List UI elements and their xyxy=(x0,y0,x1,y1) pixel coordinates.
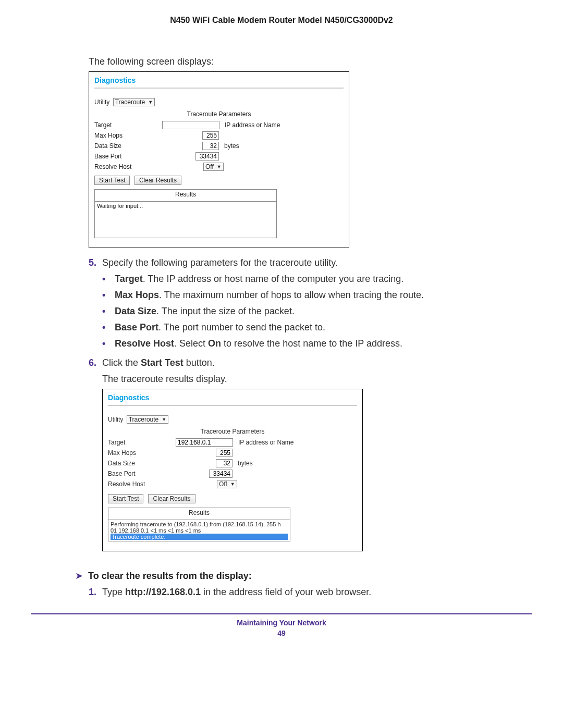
datasize-hint: bytes xyxy=(238,460,253,467)
maxhops-input[interactable] xyxy=(216,449,232,457)
chevron-down-icon: ▼ xyxy=(162,417,166,422)
result-line-1: Performing traceroute to (192.168.0.1) f… xyxy=(111,521,288,527)
step-number: 1. xyxy=(89,587,102,598)
diagnostics-title: Diagnostics xyxy=(108,393,357,406)
target-hint: IP address or Name xyxy=(225,121,280,129)
clear-results-button[interactable]: Clear Results xyxy=(134,176,181,185)
params-heading: Traceroute Parameters xyxy=(94,110,344,118)
datasize-input[interactable] xyxy=(216,459,232,467)
bullet-icon: • xyxy=(102,274,115,285)
results-title: Results xyxy=(95,190,276,201)
params-heading: Traceroute Parameters xyxy=(108,428,357,435)
target-input[interactable] xyxy=(162,121,219,129)
start-test-button[interactable]: Start Test xyxy=(94,176,130,185)
bullet-target: • Target. The IP address or host name of… xyxy=(102,274,480,285)
bullet-icon: • xyxy=(102,322,115,333)
resolve-label: Resolve Host xyxy=(94,163,162,170)
baseport-label: Base Port xyxy=(108,470,176,477)
bullet-resolve: • Resolve Host. Select On to resolve the… xyxy=(102,338,480,349)
datasize-hint: bytes xyxy=(224,142,239,150)
section-heading: To clear the results from the display: xyxy=(88,571,252,582)
utility-value: Traceroute xyxy=(115,98,145,106)
resolve-value: Off xyxy=(219,480,227,488)
chevron-right-icon: ➤ xyxy=(75,570,83,582)
bullet-icon: • xyxy=(102,290,115,301)
baseport-input[interactable] xyxy=(195,152,219,161)
baseport-input[interactable] xyxy=(209,470,232,478)
step-6: 6. Click the Start Test button. The trac… xyxy=(89,357,480,561)
target-label: Target xyxy=(94,121,162,129)
resolve-dropdown[interactable]: Off ▼ xyxy=(203,163,224,171)
bullet-maxhops: • Max Hops. The maximum number of hops t… xyxy=(102,290,480,301)
step-number: 6. xyxy=(89,357,102,561)
utility-dropdown[interactable]: Traceroute ▼ xyxy=(113,98,155,106)
utility-label: Utility xyxy=(108,416,123,423)
diagnostics-screenshot-2: Diagnostics Utility Traceroute ▼ Tracero… xyxy=(102,389,363,551)
section-clear-results: ➤ To clear the results from the display: xyxy=(75,570,480,582)
datasize-label: Data Size xyxy=(94,142,162,150)
results-box: Results Performing traceroute to (192.16… xyxy=(108,508,290,541)
chevron-down-icon: ▼ xyxy=(217,164,222,169)
step-5: 5. Specify the following parameters for … xyxy=(89,257,480,354)
utility-dropdown[interactable]: Traceroute ▼ xyxy=(127,415,169,424)
bullet-baseport: • Base Port. The port number to send the… xyxy=(102,322,480,333)
datasize-label: Data Size xyxy=(108,460,176,467)
results-box: Results Waiting for input... xyxy=(94,189,277,238)
baseport-label: Base Port xyxy=(94,153,162,160)
chevron-down-icon: ▼ xyxy=(230,482,235,487)
diagnostics-screenshot-1: Diagnostics Utility Traceroute ▼ Tracero… xyxy=(89,71,349,248)
start-test-button[interactable]: Start Test xyxy=(108,494,143,503)
bullet-icon: • xyxy=(102,338,115,349)
maxhops-label: Max Hops xyxy=(94,132,162,139)
step-number: 5. xyxy=(89,257,102,354)
resolve-value: Off xyxy=(205,163,214,170)
page-header: N450 WiFi Cable Modem Router Model N450/… xyxy=(31,16,532,25)
footer-page-number: 49 xyxy=(31,629,532,637)
target-label: Target xyxy=(108,439,176,446)
diagnostics-title: Diagnostics xyxy=(94,76,344,89)
bullet-icon: • xyxy=(102,306,115,317)
resolve-dropdown[interactable]: Off ▼ xyxy=(217,480,237,488)
footer-section: Maintaining Your Network xyxy=(31,619,532,627)
target-hint: IP address or Name xyxy=(238,439,294,446)
clear-results-button[interactable]: Clear Results xyxy=(148,494,195,503)
maxhops-label: Max Hops xyxy=(108,449,176,456)
resolve-label: Resolve Host xyxy=(108,480,176,488)
step-subtext: The traceroute results display. xyxy=(102,374,480,385)
utility-value: Traceroute xyxy=(129,416,159,423)
result-line-2: 01 192.168.0.1 <1 ms <1 ms <1 ms xyxy=(111,527,288,534)
results-title: Results xyxy=(108,508,290,520)
result-line-3: Traceroute complete. xyxy=(111,534,288,540)
results-body: Performing traceroute to (192.168.0.1) f… xyxy=(108,520,290,541)
intro-text: The following screen displays: xyxy=(89,56,480,67)
maxhops-input[interactable] xyxy=(202,131,219,140)
clear-step-1: 1. Type http://192.168.0.1 in the addres… xyxy=(89,587,480,598)
results-text: Waiting for input... xyxy=(97,203,274,209)
target-input[interactable] xyxy=(176,438,233,447)
results-body: Waiting for input... xyxy=(95,201,276,238)
datasize-input[interactable] xyxy=(202,142,219,150)
chevron-down-icon: ▼ xyxy=(148,100,153,105)
bullet-datasize: • Data Size. The input the size of the p… xyxy=(102,306,480,317)
utility-label: Utility xyxy=(94,98,109,106)
step-text: Specify the following parameters for the… xyxy=(102,257,338,268)
footer-divider xyxy=(31,613,532,614)
